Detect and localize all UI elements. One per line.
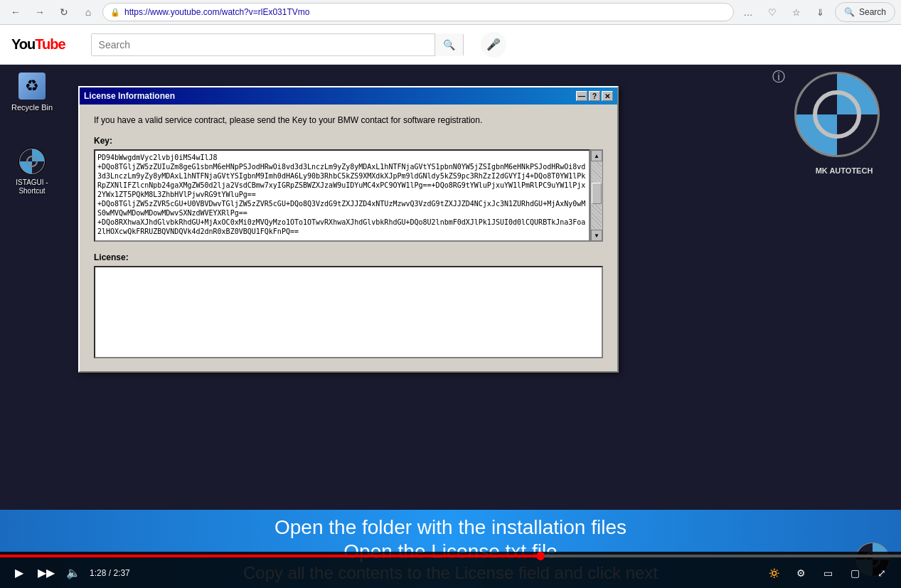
total-time: 2:37 <box>113 568 129 578</box>
close-button[interactable]: ✕ <box>602 91 613 101</box>
desktop-icons: ♻ Recycle Bin <box>0 65 64 552</box>
bmw-autotech-text: MK AUTOTECH <box>794 166 894 175</box>
search-icon: 🔍 <box>844 7 855 17</box>
subtitles-button[interactable]: 🔅 <box>763 562 784 584</box>
dialog-titlebar: License Informationen — ? ✕ <box>80 87 617 105</box>
fullscreen-button[interactable]: ⤢ <box>871 562 892 584</box>
url-text: https://www.youtube.com/watch?v=rlEx031T… <box>124 7 726 17</box>
recycle-bin-image: ♻ <box>18 73 46 100</box>
download-button[interactable]: ⇓ <box>811 2 831 22</box>
miniplayer-button[interactable]: ▭ <box>817 562 838 584</box>
browser-toolbar: ← → ↻ ⌂ 🔒 https://www.youtube.com/watch?… <box>0 0 901 25</box>
theater-button[interactable]: ▢ <box>844 562 865 584</box>
search-bar: 🔍 <box>91 33 464 56</box>
browser-actions: … ♡ ☆ ⇓ 🔍 Search <box>738 2 895 22</box>
license-textarea[interactable] <box>94 266 603 358</box>
istagui-label: ISTAGUI - Shortcut <box>4 178 60 196</box>
controls-row: ▶ ▶▶ 🔈 1:28 / 2:37 🔅 ⚙ ▭ ▢ ⤢ <box>0 557 901 588</box>
forward-button[interactable]: → <box>30 2 50 22</box>
search-button[interactable]: 🔍 Search <box>835 2 895 22</box>
dialog-area: License Informationen — ? ✕ If you have … <box>64 65 901 552</box>
bmw-logo <box>794 72 880 157</box>
bmw-logo-area: MK AUTOTECH <box>794 72 894 171</box>
scroll-up-button[interactable]: ▲ <box>591 150 602 161</box>
play-button[interactable]: ▶ <box>9 562 30 584</box>
video-controls: ▶ ▶▶ 🔈 1:28 / 2:37 🔅 ⚙ ▭ ▢ ⤢ <box>0 552 901 588</box>
current-time: 1:28 <box>90 568 106 578</box>
progress-bar[interactable] <box>0 555 901 557</box>
istagui-icon[interactable]: ISTAGUI - Shortcut <box>4 147 60 196</box>
scroll-thumb[interactable] <box>592 183 602 204</box>
pocket-button[interactable]: ♡ <box>762 2 782 22</box>
reload-button[interactable]: ↻ <box>54 2 74 22</box>
minimize-button[interactable]: — <box>576 91 587 101</box>
scroll-track <box>592 161 602 230</box>
dialog-title: License Informationen <box>84 91 576 101</box>
help-button[interactable]: ? <box>589 91 600 101</box>
search-input[interactable] <box>92 34 435 55</box>
progress-fill <box>0 555 540 557</box>
recycle-bin-label: Recycle Bin <box>11 103 53 112</box>
time-display: 1:28 / 2:37 <box>90 568 130 578</box>
dialog-info-text: If you have a valid service contract, pl… <box>94 115 603 125</box>
volume-button[interactable]: 🔈 <box>63 562 84 584</box>
home-button[interactable]: ⌂ <box>78 2 98 22</box>
bookmark-button[interactable]: ☆ <box>787 2 806 22</box>
more-options-button[interactable]: … <box>738 2 758 22</box>
desktop-screen: ♻ Recycle Bin <box>0 65 901 552</box>
back-button[interactable]: ← <box>6 2 26 22</box>
recycle-bin-icon[interactable]: ♻ Recycle Bin <box>11 72 53 112</box>
key-textarea[interactable]: PD94bWwgdmVyc2lvbj0iMS4wIlJ8 +DQo8TGljZW… <box>94 149 590 242</box>
bmw-quadrant <box>796 74 878 155</box>
istagui-image <box>18 148 46 175</box>
dialog-controls: — ? ✕ <box>576 91 613 101</box>
key-box-container: PD94bWwgdmVyc2lvbj0iMS4wIlJ8 +DQo8TGljZW… <box>94 149 603 242</box>
subtitle-line1: Open the folder with the installation fi… <box>274 515 627 540</box>
mic-button[interactable]: 🎤 <box>481 32 506 58</box>
search-label: Search <box>859 7 886 17</box>
license-label: License: <box>94 252 603 262</box>
info-icon-button[interactable]: ⓘ <box>770 68 787 85</box>
address-bar[interactable]: 🔒 https://www.youtube.com/watch?v=rlEx03… <box>102 3 734 21</box>
key-label: Key: <box>94 136 603 146</box>
scrollbar[interactable]: ▲ ▼ <box>590 149 603 242</box>
youtube-header: YouTube 🔍 🎤 <box>0 25 901 65</box>
settings-button[interactable]: ⚙ <box>790 562 811 584</box>
dialog-body: If you have a valid service contract, pl… <box>80 105 617 371</box>
youtube-logo: YouTube <box>11 36 65 53</box>
license-dialog: License Informationen — ? ✕ If you have … <box>78 86 619 373</box>
lock-icon: 🔒 <box>110 8 120 17</box>
scroll-down-button[interactable]: ▼ <box>591 230 602 241</box>
video-container: ♻ Recycle Bin <box>0 65 901 588</box>
next-button[interactable]: ▶▶ <box>36 562 57 584</box>
search-submit-button[interactable]: 🔍 <box>434 33 463 56</box>
